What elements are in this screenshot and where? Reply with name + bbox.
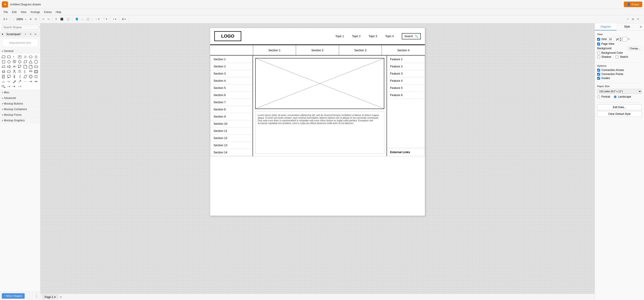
grid-color-box[interactable]	[623, 37, 627, 41]
wf-feature-2[interactable]: Feature 2	[387, 63, 425, 70]
wf-search-box[interactable]: Diagram Search 🔍	[402, 33, 421, 39]
wf-sidebar-item-2[interactable]: Section 2	[210, 63, 252, 70]
wf-tab-section1[interactable]: Section 1	[253, 45, 296, 55]
shape-arrow-ne[interactable]	[18, 79, 22, 84]
shape-wave-line[interactable]	[7, 79, 11, 84]
zoom-fit-btn[interactable]: ⊕	[28, 17, 33, 21]
shape-list-label[interactable]: List	[1, 79, 6, 84]
to-front-btn[interactable]: ⬛	[59, 17, 65, 21]
portrait-radio[interactable]	[597, 95, 600, 98]
menu-item-extras[interactable]: Extras	[42, 10, 54, 14]
guides-checkbox[interactable]	[597, 77, 600, 80]
grid-edit-icon[interactable]: ✎	[628, 38, 630, 41]
menu-item-edit[interactable]: Edit	[10, 10, 18, 14]
wf-tab-section4[interactable]: Section 4	[382, 45, 425, 55]
table-btn[interactable]: ⊞ ▾	[120, 17, 127, 21]
shape-person[interactable]	[12, 69, 16, 74]
to-back-btn[interactable]: ⬜	[65, 17, 71, 21]
edit-data-btn[interactable]: Edit Data...	[597, 104, 642, 110]
section-general-header[interactable]: General	[0, 48, 40, 54]
shape-parallelogram[interactable]	[23, 59, 28, 64]
wf-sidebar-item-1[interactable]: Section 1	[210, 56, 252, 63]
delete-btn[interactable]: ✕	[54, 17, 58, 21]
search-input[interactable]	[2, 25, 38, 30]
shape-doc[interactable]	[28, 64, 33, 69]
shape-btn[interactable]: ⬜	[85, 17, 91, 21]
close-btn[interactable]: ✕	[636, 17, 640, 21]
wf-sidebar-item-13[interactable]: Section 13	[210, 142, 252, 149]
wf-sidebar-item-7[interactable]: Section 7	[210, 99, 252, 106]
shape-curly[interactable]	[18, 74, 22, 79]
wf-sidebar-item-10[interactable]: Section 10	[210, 120, 252, 127]
grid-step-up[interactable]: ▲	[619, 37, 622, 39]
shape-connector[interactable]	[1, 84, 6, 89]
shape-square[interactable]	[1, 59, 6, 64]
shape-dots[interactable]	[23, 79, 28, 84]
shape-cross[interactable]	[28, 74, 33, 79]
dots-menu-btn[interactable]: ⋮	[35, 294, 38, 298]
shape-process[interactable]	[1, 69, 6, 74]
bg-color-checkbox[interactable]	[597, 51, 600, 54]
shape-arrow-right2[interactable]	[28, 79, 33, 84]
shape-diamond[interactable]	[18, 59, 22, 64]
shape-ellipse[interactable]	[28, 55, 33, 59]
shape-speech-bubble[interactable]	[7, 74, 11, 79]
wf-sidebar-item-9[interactable]: Section 9	[210, 113, 252, 120]
shape-pen[interactable]	[12, 79, 16, 84]
shape-person2[interactable]	[12, 74, 16, 79]
section-advanced-header[interactable]: Advanced	[0, 95, 40, 101]
scratchpad-drop-zone[interactable]: Drag elements here	[2, 38, 38, 47]
shape-rounded-rect[interactable]	[7, 55, 11, 59]
shape-wave[interactable]	[34, 64, 38, 69]
shape-cloud[interactable]	[12, 64, 16, 69]
waypoint-btn[interactable]: ⌒ ▾	[102, 16, 109, 22]
landscape-radio[interactable]	[614, 95, 617, 98]
add-page-btn[interactable]: +	[59, 295, 63, 299]
section-misc-header[interactable]: Misc	[0, 90, 40, 95]
shape-circle[interactable]	[7, 59, 11, 64]
wf-feature-4[interactable]: Feature 4	[387, 77, 425, 84]
scratchpad-help-icon[interactable]: ?	[20, 33, 24, 36]
menu-item-arrange[interactable]: Arrange	[29, 10, 42, 14]
connection-arrows-checkbox[interactable]	[597, 69, 600, 72]
collapse-panel-btn[interactable]: ⊟	[630, 17, 635, 21]
shape-hexagon[interactable]	[34, 59, 38, 64]
zoom-in-btn[interactable]: +	[24, 17, 28, 21]
wf-sidebar-item-11[interactable]: Section 11	[210, 127, 252, 135]
sketch-checkbox[interactable]	[616, 55, 618, 58]
shape-half-circle[interactable]	[28, 69, 33, 74]
sidebar-toggle[interactable]: ☰ ▾	[2, 17, 9, 21]
menu-item-help[interactable]: Help	[54, 10, 63, 14]
zoom-out-btn[interactable]: −	[12, 17, 16, 21]
shape-bidirectional[interactable]	[34, 79, 38, 84]
shape-trapezoid[interactable]	[1, 64, 6, 69]
wf-feature-5[interactable]: Feature 5	[387, 84, 425, 92]
fill-color-btn[interactable]: 🪣	[74, 17, 80, 21]
grid-step-down[interactable]: ▼	[619, 39, 622, 41]
menu-item-file[interactable]: File	[2, 10, 10, 14]
right-panel-close-btn[interactable]: ✕	[638, 23, 644, 30]
wf-feature-3[interactable]: Feature 3	[387, 70, 425, 77]
shape-table[interactable]	[18, 55, 22, 59]
section-mockup-containers-header[interactable]: Mockup Containers	[0, 107, 40, 112]
wf-sidebar-item-4[interactable]: Section 4	[210, 77, 252, 84]
page-view-checkbox[interactable]	[597, 42, 600, 45]
section-mockup-forms-header[interactable]: Mockup Forms	[0, 112, 40, 118]
shape-delay[interactable]	[7, 69, 11, 74]
wf-sidebar-item-6[interactable]: Section 6	[210, 92, 252, 99]
shape-cube[interactable]	[12, 59, 16, 64]
tab-diagram[interactable]: Diagram	[595, 23, 616, 30]
fullscreen-btn[interactable]: ⤢	[626, 17, 630, 21]
zoom-actual-btn[interactable]: ⊡	[34, 17, 38, 21]
wf-sidebar-item-12[interactable]: Section 12	[210, 135, 252, 142]
shape-doc2[interactable]	[1, 74, 6, 79]
shape-arrow-right[interactable]	[7, 64, 11, 69]
shape-rect[interactable]	[1, 55, 6, 59]
shape-star[interactable]	[34, 55, 38, 59]
wf-sidebar-item-8[interactable]: Section 8	[210, 106, 252, 113]
shape-parallelogram2[interactable]	[23, 74, 28, 79]
page-tab-1[interactable]: Page-1 ▾	[42, 295, 58, 299]
insert-btn[interactable]: + ▾	[112, 17, 118, 21]
grid-value-input[interactable]	[608, 37, 616, 41]
shape-list-item[interactable]	[34, 69, 38, 74]
